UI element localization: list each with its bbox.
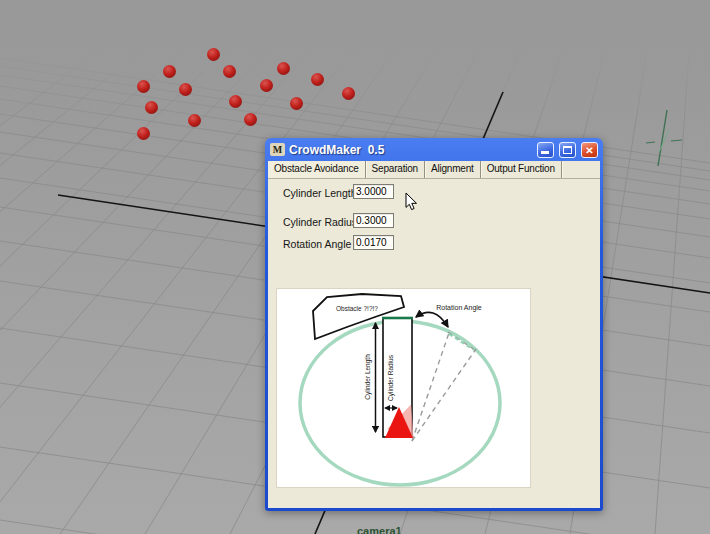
crowdmaker-window: M CrowdMaker 0.5 ✕ Obstacle Avoidance Se… xyxy=(265,138,603,511)
window-titlebar[interactable]: M CrowdMaker 0.5 ✕ xyxy=(268,138,600,161)
obstacle-shape-label: Obstacle ?!?!? xyxy=(336,305,378,312)
agent-sphere[interactable] xyxy=(244,113,257,126)
tab-output-function[interactable]: Output Function xyxy=(481,161,562,178)
window-client-area: Obstacle Avoidance Separation Alignment … xyxy=(268,161,600,508)
rotation-angle-input[interactable] xyxy=(353,235,394,250)
rotated-cylinder-dashed xyxy=(412,330,476,441)
minimize-icon xyxy=(541,151,549,154)
tab-obstacle-avoidance[interactable]: Obstacle Avoidance xyxy=(268,161,366,178)
agent-sphere[interactable] xyxy=(207,48,220,61)
agent-sphere[interactable] xyxy=(277,62,290,75)
cylinder-radius-label: Cylinder Radius xyxy=(283,216,357,228)
agent-sphere[interactable] xyxy=(342,87,355,100)
agent-sphere[interactable] xyxy=(290,97,303,110)
maximize-icon xyxy=(563,146,572,154)
diagram-cylinder-length-label: Cylinder Length xyxy=(364,354,372,400)
diagram-rotation-angle-label: Rotation Angle xyxy=(436,304,482,312)
maximize-button[interactable] xyxy=(559,142,576,158)
window-title: CrowdMaker 0.5 xyxy=(289,143,532,157)
cylinder-length-label: Cylinder Length xyxy=(283,187,357,199)
agent-sphere[interactable] xyxy=(311,73,324,86)
minimize-button[interactable] xyxy=(537,142,554,158)
cylinder-radius-input[interactable] xyxy=(353,213,394,228)
3d-viewport[interactable]: camera1 M CrowdMaker 0.5 ✕ Obstacle Avoi… xyxy=(0,0,710,534)
agent-sphere[interactable] xyxy=(223,65,236,78)
agent-sphere[interactable] xyxy=(260,79,273,92)
agent-sphere[interactable] xyxy=(137,127,150,140)
tab-bar: Obstacle Avoidance Separation Alignment … xyxy=(268,161,600,179)
parameter-diagram-image: Obstacle ?!?!? Cylinder Length Cylinder … xyxy=(277,289,530,487)
tab-separation[interactable]: Separation xyxy=(366,161,425,178)
agent-sphere[interactable] xyxy=(145,101,158,114)
agent-sphere[interactable] xyxy=(137,80,150,93)
agent-sphere[interactable] xyxy=(188,114,201,127)
agent-sphere[interactable] xyxy=(163,65,176,78)
agent-sphere[interactable] xyxy=(229,95,242,108)
camera-name-label: camera1 xyxy=(357,525,402,534)
agent-sphere[interactable] xyxy=(179,83,192,96)
close-icon: ✕ xyxy=(582,144,597,157)
tab-alignment[interactable]: Alignment xyxy=(425,161,481,178)
cylinder-length-input[interactable] xyxy=(353,184,394,199)
crowdmaker-icon: M xyxy=(270,143,285,156)
rotation-angle-label: Rotation Angle xyxy=(283,238,351,250)
diagram-cylinder-radius-label: Cylinder Radius xyxy=(387,354,395,401)
close-button[interactable]: ✕ xyxy=(581,142,598,158)
axis-marker-icon xyxy=(646,110,682,166)
